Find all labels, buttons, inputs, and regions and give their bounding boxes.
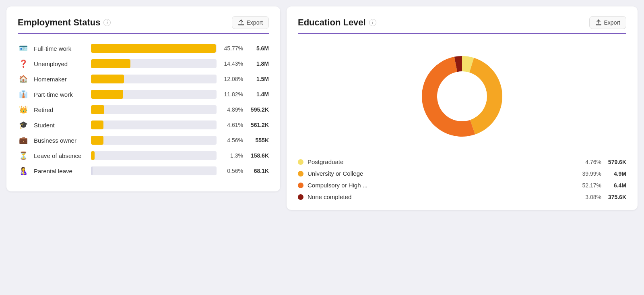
bar-track: [91, 166, 217, 175]
bar-fill: [91, 44, 216, 53]
bar-label: Parental leave: [34, 168, 86, 175]
legend-label: Compulsory or High ...: [308, 182, 576, 189]
donut-chart: [410, 44, 514, 149]
bar-value: 555K: [248, 137, 269, 143]
bar-pct: 4.56%: [221, 137, 243, 143]
bar-pct: 45.77%: [221, 45, 243, 52]
bar-label: Retired: [34, 106, 86, 113]
bar-row: ❓ Unemployed 14.43% 1.8M: [18, 59, 269, 68]
legend-label: University or College: [308, 170, 576, 177]
bar-track: [91, 59, 217, 68]
employment-export-button[interactable]: Export: [232, 16, 269, 29]
bar-track: [91, 120, 217, 129]
bar-pct: 4.61%: [221, 122, 243, 128]
legend-dot: [298, 194, 303, 200]
export-icon: [595, 19, 602, 26]
bar-row: 🏠 Homemaker 12.08% 1.5M: [18, 75, 269, 83]
bar-track: [91, 44, 217, 53]
employment-header: Employment Status i Export: [18, 16, 269, 34]
legend-value: 6.4M: [605, 182, 626, 189]
bar-icon: 💼: [18, 136, 29, 145]
bar-value: 5.6M: [248, 45, 269, 52]
bar-pct: 1.3%: [221, 152, 243, 159]
bar-fill: [91, 75, 124, 83]
employment-info-icon[interactable]: i: [103, 19, 111, 26]
bar-track: [91, 136, 217, 145]
bar-fill: [91, 90, 123, 99]
education-export-button[interactable]: Export: [589, 16, 626, 29]
bar-label: Unemployed: [34, 60, 86, 67]
bar-icon: ⏳: [18, 151, 29, 160]
education-export-label: Export: [604, 19, 620, 26]
bar-pct: 0.56%: [221, 168, 243, 174]
bar-value: 1.8M: [248, 60, 269, 67]
bar-fill: [91, 166, 93, 175]
legend-row: Postgraduate 4.76% 579.6K: [298, 158, 626, 165]
legend-dot: [298, 159, 303, 165]
bar-pct: 12.08%: [221, 76, 243, 82]
bar-pct: 4.89%: [221, 106, 243, 113]
education-info-icon[interactable]: i: [369, 19, 376, 26]
bar-label: Homemaker: [34, 76, 86, 83]
employment-title: Employment Status i: [18, 17, 111, 28]
education-title-text: Education Level: [298, 17, 366, 28]
bar-pct: 11.82%: [221, 91, 243, 98]
bar-fill: [91, 136, 103, 145]
legend-value: 579.6K: [605, 159, 626, 165]
legend-label: Postgraduate: [308, 158, 576, 165]
bar-fill: [91, 120, 103, 129]
bar-row: 🎓 Student 4.61% 561.2K: [18, 120, 269, 129]
bar-track: [91, 105, 217, 114]
employment-title-text: Employment Status: [18, 17, 100, 28]
legend-pct: 4.76%: [580, 159, 601, 165]
bar-track: [91, 90, 217, 99]
bar-track: [91, 75, 217, 83]
bar-label: Part-time work: [34, 91, 86, 98]
legend-pct: 3.08%: [580, 194, 601, 200]
bar-label: Student: [34, 122, 86, 129]
legend-label: None completed: [308, 193, 576, 200]
bar-label: Business owner: [34, 137, 86, 144]
bar-value: 595.2K: [248, 106, 269, 113]
legend-row: Compulsory or High ... 52.17% 6.4M: [298, 182, 626, 189]
bar-label: Full-time work: [34, 45, 86, 52]
bar-icon: 👑: [18, 105, 29, 114]
bar-row: 🪪 Full-time work 45.77% 5.6M: [18, 44, 269, 53]
legend-pct: 39.99%: [580, 170, 601, 177]
bar-value: 561.2K: [248, 122, 269, 128]
export-icon: [238, 19, 244, 26]
education-header: Education Level i Export: [298, 16, 626, 34]
bar-value: 1.5M: [248, 76, 269, 82]
bar-value: 68.1K: [248, 168, 269, 174]
donut-segment: [469, 58, 502, 134]
bar-label: Leave of absence: [34, 152, 86, 159]
bar-value: 1.4M: [248, 91, 269, 98]
bar-icon: 👔: [18, 90, 29, 99]
education-legend: Postgraduate 4.76% 579.6K University or …: [298, 158, 626, 200]
legend-value: 4.9M: [605, 170, 626, 177]
legend-dot: [298, 171, 303, 177]
bar-icon: 🤱: [18, 166, 29, 175]
employment-status-card: Employment Status i Export 🪪 Full-time w…: [6, 6, 280, 191]
employment-bar-chart: 🪪 Full-time work 45.77% 5.6M ❓ Unemploye…: [18, 44, 269, 175]
bar-row: ⏳ Leave of absence 1.3% 158.6K: [18, 151, 269, 160]
education-level-card: Education Level i Export Postgraduate 4.…: [287, 6, 638, 210]
bar-icon: 🏠: [18, 75, 29, 83]
donut-chart-container: [298, 44, 626, 149]
bar-fill: [91, 151, 95, 160]
bar-fill: [91, 59, 130, 68]
bar-fill: [91, 105, 104, 114]
bar-row: 👑 Retired 4.89% 595.2K: [18, 105, 269, 114]
legend-row: University or College 39.99% 4.9M: [298, 170, 626, 177]
legend-value: 375.6K: [605, 194, 626, 200]
education-title: Education Level i: [298, 17, 376, 28]
bar-value: 158.6K: [248, 152, 269, 159]
bar-row: 💼 Business owner 4.56% 555K: [18, 136, 269, 145]
bar-icon: 🪪: [18, 44, 29, 53]
bar-row: 🤱 Parental leave 0.56% 68.1K: [18, 166, 269, 175]
bar-icon: ❓: [18, 59, 29, 68]
bar-row: 👔 Part-time work 11.82% 1.4M: [18, 90, 269, 99]
legend-dot: [298, 183, 303, 188]
legend-row: None completed 3.08% 375.6K: [298, 193, 626, 200]
bar-icon: 🎓: [18, 120, 29, 129]
